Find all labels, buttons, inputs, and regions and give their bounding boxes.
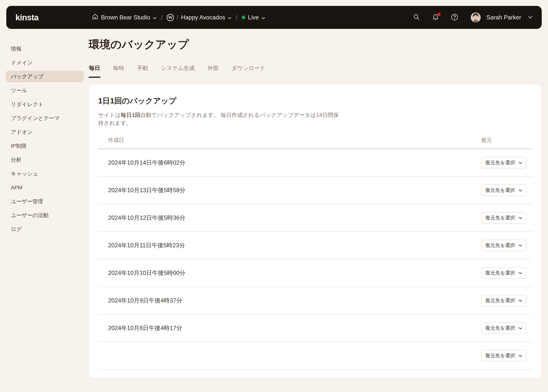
tab-外部[interactable]: 外部	[207, 64, 219, 78]
sidebar-nav: 情報 ドメイン バックアップ ツール リダイレクト プラグインとテーマ アドオン…	[6, 43, 84, 235]
backup-row: 2024年10月14日午後6時02分 復元先を選択	[98, 149, 532, 177]
restore-select-label: 復元先を選択	[485, 159, 515, 166]
column-header-restore: 復元	[481, 136, 532, 144]
sidebar-item-label: リダイレクト	[11, 101, 43, 108]
backup-date: 2024年10月13日午後5時58分	[98, 186, 186, 194]
sidebar-item-label: 分析	[11, 156, 22, 163]
backup-date: 2024年10月14日午後6時02分	[98, 159, 186, 167]
sidebar-item-label: 情報	[11, 45, 22, 52]
backup-tabs: 毎日 毎時 手動 システム生成 外部 ダウンロード	[89, 64, 542, 78]
sidebar-item-分析[interactable]: 分析	[6, 154, 84, 166]
description-bold: 毎日1回	[121, 112, 140, 118]
sidebar-item-label: ユーザーの活動	[11, 212, 49, 219]
backup-table-header: 作成日 復元	[98, 136, 532, 149]
backup-row: 2024年10月8日午後4時17分 復元先を選択	[98, 315, 532, 342]
sidebar-item-リダイレクト[interactable]: リダイレクト	[6, 98, 84, 110]
restore-select-button[interactable]: 復元先を選択	[481, 240, 526, 251]
restore-select-label: 復元先を選択	[485, 352, 515, 359]
card-heading: 1日1回のバックアップ	[98, 96, 532, 106]
sidebar-item-ユーザー管理[interactable]: ユーザー管理	[6, 196, 84, 207]
restore-select-label: 復元先を選択	[485, 270, 515, 276]
page-title: 環境のバックアップ	[89, 37, 542, 52]
restore-select-label: 復元先を選択	[485, 187, 515, 194]
tab-手動[interactable]: 手動	[137, 64, 148, 78]
sidebar-item-情報[interactable]: 情報	[6, 43, 84, 55]
chevron-down-icon	[519, 187, 522, 193]
description-prefix: サイトは	[98, 112, 121, 118]
sidebar-item-キャッシュ[interactable]: キャッシュ	[6, 168, 84, 179]
restore-select-label: 復元先を選択	[485, 325, 515, 331]
sidebar-item-アドオン[interactable]: アドオン	[6, 126, 84, 138]
sidebar-item-label: ドメイン	[11, 59, 33, 66]
sidebar-item-label: アドオン	[11, 128, 33, 136]
sidebar-item-ドメイン[interactable]: ドメイン	[6, 57, 84, 69]
backup-row: 2024年10月10日午後5時00分 復元先を選択	[98, 259, 532, 287]
tab-システム生成[interactable]: システム生成	[161, 64, 195, 78]
sidebar-item-label: APM	[11, 185, 22, 191]
column-header-created: 作成日	[98, 136, 124, 144]
restore-select-button[interactable]: 復元先を選択	[481, 350, 526, 361]
sidebar-item-ユーザーの活動[interactable]: ユーザーの活動	[6, 210, 84, 221]
chevron-down-icon	[519, 242, 522, 248]
restore-select-label: 復元先を選択	[485, 297, 515, 304]
card-description: サイトは毎日1回自動でバックアップされます。 毎日作成されるバックアップデータは…	[98, 111, 342, 127]
restore-select-button[interactable]: 復元先を選択	[481, 157, 526, 168]
sidebar-item-IP制限[interactable]: IP制限	[6, 140, 84, 152]
tab-ダウンロード[interactable]: ダウンロード	[231, 64, 266, 78]
backup-row: 2024年10月9日午後4時37分 復元先を選択	[98, 287, 532, 315]
kinsta-logo[interactable]: kinsta	[15, 13, 38, 22]
backup-row: 復元先を選択	[98, 342, 532, 370]
sidebar-item-label: ツール	[11, 87, 27, 94]
restore-select-button[interactable]: 復元先を選択	[481, 185, 526, 196]
backup-date: 2024年10月10日午後5時00分	[98, 269, 186, 277]
backup-table: 作成日 復元 2024年10月14日午後6時02分 復元先を選択 2024年10…	[98, 136, 532, 370]
restore-select-button[interactable]: 復元先を選択	[481, 267, 526, 279]
main-content: 環境のバックアップ 毎日 毎時 手動 システム生成 外部 ダウンロード 1日1回…	[89, 0, 542, 379]
backup-row: 2024年10月13日午後5時58分 復元先を選択	[98, 177, 532, 204]
chevron-down-icon	[519, 353, 522, 358]
backup-row: 2024年10月11日午後5時23分 復元先を選択	[98, 232, 532, 259]
sidebar-item-label: バックアップ	[11, 73, 43, 80]
sidebar-item-label: プラグインとテーマ	[11, 115, 60, 122]
sidebar-item-label: ログ	[11, 226, 22, 233]
sidebar-item-label: キャッシュ	[11, 170, 38, 177]
tab-毎日[interactable]: 毎日	[89, 64, 101, 78]
chevron-down-icon	[519, 160, 522, 166]
restore-select-button[interactable]: 復元先を選択	[481, 295, 526, 306]
sidebar-item-label: ユーザー管理	[11, 198, 43, 205]
tab-毎時[interactable]: 毎時	[113, 64, 124, 78]
sidebar-item-APM[interactable]: APM	[6, 182, 84, 193]
chevron-down-icon	[519, 270, 522, 276]
backup-date: 2024年10月11日午後5時23分	[98, 241, 185, 249]
backup-row: 2024年10月12日午後5時36分 復元先を選択	[98, 204, 532, 232]
restore-select-label: 復元先を選択	[485, 242, 515, 249]
sidebar-item-プラグインとテーマ[interactable]: プラグインとテーマ	[6, 112, 84, 124]
restore-select-button[interactable]: 復元先を選択	[481, 322, 526, 334]
backup-date: 2024年10月8日午後4時17分	[98, 324, 182, 332]
sidebar-item-label: IP制限	[11, 142, 26, 150]
chevron-down-icon	[519, 325, 522, 331]
chevron-down-icon	[519, 298, 522, 303]
daily-backup-card: 1日1回のバックアップ サイトは毎日1回自動でバックアップされます。 毎日作成さ…	[89, 84, 542, 379]
chevron-down-icon	[519, 215, 522, 221]
sidebar-item-バックアップ[interactable]: バックアップ	[6, 71, 84, 82]
backup-table-body: 2024年10月14日午後6時02分 復元先を選択 2024年10月13日午後5…	[98, 149, 532, 370]
sidebar-item-ツール[interactable]: ツール	[6, 84, 84, 96]
restore-select-label: 復元先を選択	[485, 214, 515, 221]
backup-date: 2024年10月12日午後5時36分	[98, 214, 186, 222]
restore-select-button[interactable]: 復元先を選択	[481, 212, 526, 224]
sidebar-item-ログ[interactable]: ログ	[6, 223, 84, 235]
backup-date: 2024年10月9日午後4時37分	[98, 297, 182, 305]
